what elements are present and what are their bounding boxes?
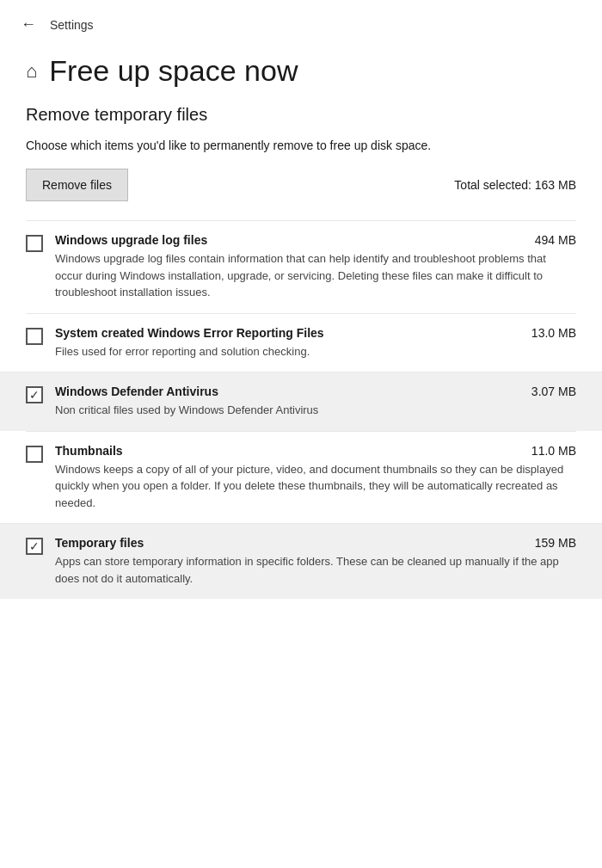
file-info: Thumbnails 11.0 MB Windows keeps a copy … — [55, 444, 576, 512]
title-bar-label: Settings — [50, 18, 94, 32]
checkbox-wrapper — [26, 446, 43, 463]
file-header: Temporary files 159 MB — [55, 536, 576, 550]
file-name: Windows upgrade log files — [55, 233, 207, 247]
checkbox-temporary-files[interactable]: ✓ — [26, 538, 43, 555]
file-name: System created Windows Error Reporting F… — [55, 326, 324, 340]
back-icon: ← — [21, 15, 36, 34]
title-bar: ← Settings — [0, 0, 602, 46]
list-item: ✓ Windows Defender Antivirus 3.07 MB Non… — [0, 372, 602, 431]
file-info: Windows Defender Antivirus 3.07 MB Non c… — [55, 385, 576, 419]
list-item: ✓ Temporary files 159 MB Apps can store … — [0, 523, 602, 599]
home-icon: ⌂ — [26, 60, 37, 83]
checkbox-windows-error-reporting[interactable] — [26, 328, 43, 345]
file-size: 3.07 MB — [531, 385, 576, 398]
action-row: Remove files Total selected: 163 MB — [26, 169, 576, 201]
checkbox-windows-upgrade-log[interactable] — [26, 235, 43, 252]
checkbox-wrapper: ✓ — [26, 538, 43, 555]
list-item: Thumbnails 11.0 MB Windows keeps a copy … — [26, 431, 576, 524]
file-info: System created Windows Error Reporting F… — [55, 326, 576, 360]
remove-files-button[interactable]: Remove files — [26, 169, 128, 201]
file-description: Windows upgrade log files contain inform… — [55, 250, 576, 301]
file-items-list: Windows upgrade log files 494 MB Windows… — [26, 220, 576, 599]
file-info: Windows upgrade log files 494 MB Windows… — [55, 233, 576, 301]
file-description: Files used for error reporting and solut… — [55, 343, 576, 360]
checkbox-wrapper — [26, 328, 43, 345]
file-name: Temporary files — [55, 536, 144, 550]
file-header: System created Windows Error Reporting F… — [55, 326, 576, 340]
file-header: Thumbnails 11.0 MB — [55, 444, 576, 458]
file-info: Temporary files 159 MB Apps can store te… — [55, 536, 576, 587]
page-header: ⌂ Free up space now — [0, 46, 602, 105]
checkbox-thumbnails[interactable] — [26, 446, 43, 463]
file-description: Windows keeps a copy of all of your pict… — [55, 461, 576, 512]
file-size: 494 MB — [535, 233, 576, 247]
checkbox-windows-defender[interactable]: ✓ — [26, 386, 43, 403]
file-description: Apps can store temporary information in … — [55, 553, 576, 587]
file-name: Windows Defender Antivirus — [55, 385, 218, 398]
file-name: Thumbnails — [55, 444, 123, 458]
list-item: System created Windows Error Reporting F… — [26, 313, 576, 372]
total-selected-label: Total selected: 163 MB — [454, 178, 576, 192]
checkbox-wrapper: ✓ — [26, 386, 43, 403]
file-header: Windows upgrade log files 494 MB — [55, 233, 576, 247]
file-description: Non critical files used by Windows Defen… — [55, 402, 576, 419]
file-size: 11.0 MB — [531, 444, 576, 458]
file-header: Windows Defender Antivirus 3.07 MB — [55, 385, 576, 398]
description-text: Choose which items you'd like to permane… — [26, 137, 576, 155]
checkmark-icon: ✓ — [29, 540, 40, 552]
checkmark-icon: ✓ — [29, 389, 40, 401]
file-size: 13.0 MB — [531, 326, 576, 340]
file-size: 159 MB — [535, 536, 576, 550]
list-item: Windows upgrade log files 494 MB Windows… — [26, 220, 576, 313]
page-title: Free up space now — [49, 54, 298, 88]
checkbox-wrapper — [26, 235, 43, 252]
content-area: Remove temporary files Choose which item… — [0, 105, 602, 625]
back-button[interactable]: ← — [17, 12, 40, 37]
section-title: Remove temporary files — [26, 105, 576, 125]
